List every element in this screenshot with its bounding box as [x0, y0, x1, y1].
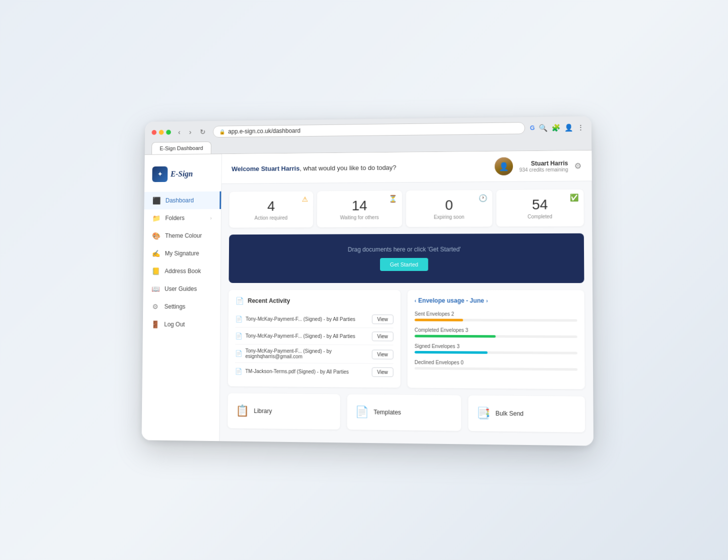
active-tab[interactable]: E-Sign Dashboard [152, 142, 212, 154]
user-info: Stuart Harris 934 credits remaining [519, 160, 568, 172]
sidebar-item-address[interactable]: 📒 Address Book [144, 262, 220, 280]
stat-number-expiring: 0 [414, 197, 484, 214]
usage-item-sent: Sent Envelopes 2 [414, 311, 577, 322]
minimize-dot[interactable] [159, 130, 164, 135]
sidebar-label-address: Address Book [164, 268, 201, 274]
get-started-button[interactable]: Get Started [380, 258, 428, 271]
browser-toolbar-icons: G 🔍 🧩 👤 ⋮ [530, 124, 584, 132]
envelope-usage-panel: ‹ Envelope usage - June › Sent Envelopes… [408, 290, 585, 389]
more-icon[interactable]: ⋮ [577, 124, 584, 132]
folders-icon: 📁 [152, 214, 160, 222]
sidebar-item-signature[interactable]: ✍ My Signature [144, 244, 220, 262]
activity-text: TM-Jackson-Terms.pdf (Signed) - by All P… [245, 368, 348, 374]
usage-bar-bg-completed [414, 335, 577, 338]
check-badge-icon: ✅ [570, 194, 579, 202]
bottom-panels: 📋 Library 📄 Templates 📑 Bulk Send [228, 393, 585, 432]
dashboard-icon: ⬛ [152, 196, 160, 204]
stat-label-waiting: Waiting for others [325, 214, 394, 220]
app-container: ✦ E-Sign ⬛ Dashboard 📁 Folders › 🎨 Theme… [142, 150, 594, 446]
doc-icon: 📄 [235, 368, 242, 374]
activity-item: 📄 TM-Jackson-Terms.pdf (Signed) - by All… [235, 363, 394, 380]
envelope-usage-label: Envelope usage - June [418, 297, 484, 304]
prev-month-icon[interactable]: ‹ [414, 298, 416, 304]
sidebar-item-settings[interactable]: ⚙ Settings [143, 298, 220, 316]
activity-text: Tony-McKay-Payment-F... (Signed) - by es… [246, 348, 368, 360]
sidebar-item-theme[interactable]: 🎨 Theme Colour [144, 226, 221, 244]
templates-label: Templates [374, 408, 401, 416]
browser-chrome: ‹ › ↻ 🔒 app.e-sign.co.uk/dashboard G 🔍 🧩… [145, 116, 592, 155]
browser-window: ‹ › ↻ 🔒 app.e-sign.co.uk/dashboard G 🔍 🧩… [142, 116, 594, 446]
activity-doc: 📄 Tony-McKay-Payment-F... (Signed) - by … [235, 348, 368, 360]
close-dot[interactable] [152, 130, 156, 135]
bulk-send-panel[interactable]: 📑 Bulk Send [468, 396, 585, 432]
user-area: 👤 Stuart Harris 934 credits remaining ⚙ [495, 156, 582, 176]
library-panel[interactable]: 📋 Library [228, 393, 340, 430]
sidebar-item-dashboard[interactable]: ⬛ Dashboard [144, 192, 221, 210]
view-button-3[interactable]: View [372, 368, 394, 377]
activity-text: Tony-McKay-Payment-F... (Signed) - by Al… [246, 333, 356, 339]
view-button-0[interactable]: View [372, 314, 394, 324]
usage-bar-bg-declined [414, 367, 578, 370]
stat-card-action[interactable]: ⚠ 4 Action required [229, 191, 313, 228]
sidebar-item-guides[interactable]: 📖 User Guides [143, 280, 220, 298]
forward-button[interactable]: › [186, 127, 194, 137]
usage-bar-signed [414, 351, 488, 354]
sidebar-label-folders: Folders [165, 214, 184, 222]
maximize-dot[interactable] [166, 130, 171, 135]
view-button-1[interactable]: View [372, 332, 394, 341]
clock-badge-icon: 🕐 [478, 194, 487, 202]
google-icon[interactable]: G [530, 124, 535, 132]
usage-bar-bg-signed [414, 351, 578, 354]
sidebar-label-guides: User Guides [164, 286, 197, 292]
logout-icon: 🚪 [150, 320, 160, 328]
search-icon[interactable]: 🔍 [539, 124, 548, 132]
logo-icon: ✦ [152, 166, 168, 182]
hourglass-badge-icon: ⏳ [388, 194, 397, 202]
sidebar-label-dashboard: Dashboard [166, 197, 194, 204]
sidebar-label-settings: Settings [164, 303, 186, 310]
logo-text: E-Sign [170, 170, 193, 178]
stat-number-waiting: 14 [325, 198, 394, 214]
user-credits: 934 credits remaining [520, 166, 568, 172]
upload-prompt: Drag documents here or click 'Get Starte… [240, 246, 572, 254]
sidebar-item-logout[interactable]: 🚪 Log Out [143, 316, 220, 334]
upload-zone[interactable]: Drag documents here or click 'Get Starte… [228, 234, 584, 283]
address-bar[interactable]: 🔒 app.e-sign.co.uk/dashboard [213, 122, 525, 138]
main-content: Welcome Stuart Harris, what would you li… [220, 150, 594, 446]
stats-row: ⚠ 4 Action required ⏳ 14 Waiting for oth… [229, 190, 584, 228]
lock-icon: 🔒 [220, 129, 226, 134]
address-icon: 📒 [151, 267, 160, 275]
refresh-button[interactable]: ↻ [198, 127, 208, 137]
settings-gear-icon[interactable]: ⚙ [574, 161, 581, 170]
usage-label-signed: Signed Envelopes 3 [414, 344, 578, 350]
next-month-icon[interactable]: › [486, 298, 488, 304]
logo-area: ✦ E-Sign [144, 162, 222, 192]
activity-item: 📄 Tony-McKay-Payment-F... (Signed) - by … [235, 328, 394, 345]
activity-doc: 📄 Tony-McKay-Payment-F... (Signed) - by … [236, 316, 368, 323]
stat-label-action: Action required [237, 215, 305, 221]
profile-icon[interactable]: 👤 [564, 124, 573, 132]
extensions-icon[interactable]: 🧩 [552, 124, 560, 132]
stat-card-expiring[interactable]: 🕐 0 Expiring soon [406, 190, 492, 227]
view-button-2[interactable]: View [372, 350, 394, 359]
sidebar-item-folders[interactable]: 📁 Folders › [144, 209, 221, 227]
bulk-send-label: Bulk Send [496, 410, 524, 418]
activity-doc: 📄 TM-Jackson-Terms.pdf (Signed) - by All… [235, 368, 368, 376]
activity-doc: 📄 Tony-McKay-Payment-F... (Signed) - by … [235, 332, 368, 340]
library-icon: 📋 [236, 404, 249, 418]
stat-card-waiting[interactable]: ⏳ 14 Waiting for others [317, 190, 402, 227]
stat-card-completed[interactable]: ✅ 54 Completed [496, 190, 584, 227]
library-label: Library [254, 408, 272, 414]
usage-bar-sent [414, 318, 463, 321]
activity-panel-header: 📄 Recent Activity [236, 297, 394, 305]
sidebar-label-logout: Log Out [164, 321, 185, 328]
avatar-image: 👤 [495, 157, 514, 175]
back-button[interactable]: ‹ [176, 127, 182, 137]
activity-panel-icon: 📄 [236, 297, 244, 305]
guides-icon: 📖 [151, 285, 160, 293]
theme-icon: 🎨 [152, 232, 160, 240]
browser-control-dots [152, 130, 171, 135]
chevron-right-icon: › [210, 215, 212, 220]
templates-panel[interactable]: 📄 Templates [347, 394, 462, 431]
activity-panel-title: Recent Activity [248, 298, 290, 304]
